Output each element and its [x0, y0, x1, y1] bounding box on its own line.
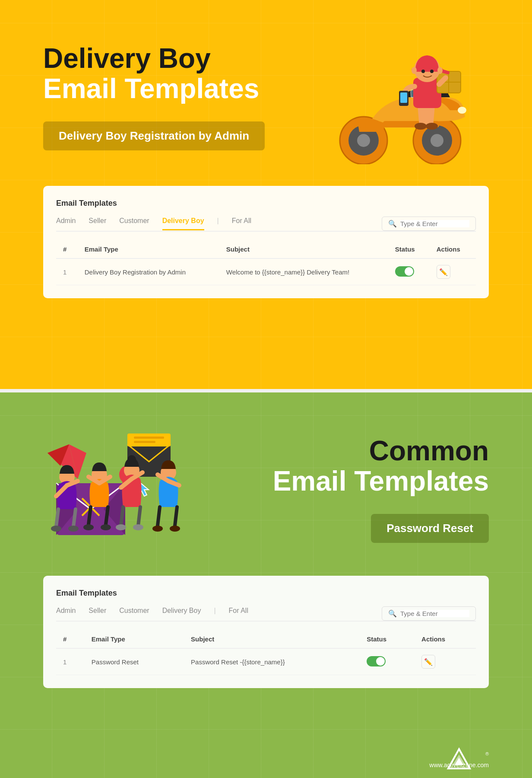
search-box-1[interactable]: 🔍 — [382, 217, 476, 231]
tab-admin-1[interactable]: Admin — [56, 217, 76, 230]
svg-point-66 — [133, 524, 143, 530]
hero-title-line2: Email Templates — [43, 73, 307, 104]
table-container-2: Email Templates Admin Seller Customer De… — [43, 576, 489, 688]
svg-point-67 — [51, 526, 61, 532]
svg-line-48 — [89, 507, 91, 524]
tab-forall-1[interactable]: For All — [232, 217, 251, 230]
tab-delivery-boy-1[interactable]: Delivery Boy — [162, 217, 204, 230]
row-status-2 — [360, 648, 415, 675]
row-id-2: 1 — [56, 648, 85, 675]
search-icon-2: 🔍 — [388, 609, 397, 618]
col-id-1: # — [56, 240, 78, 258]
svg-rect-11 — [424, 105, 435, 126]
search-input-2[interactable] — [400, 610, 469, 617]
col-id-2: # — [56, 630, 85, 648]
toggle-status-2[interactable] — [367, 656, 386, 666]
col-subject-2: Subject — [184, 630, 360, 648]
col-email-type-2: Email Type — [85, 630, 184, 648]
table-header-row-2: # Email Type Subject Status Actions — [56, 630, 476, 648]
svg-point-65 — [116, 524, 126, 530]
hero-area: Delivery Boy Email Templates Delivery Bo… — [43, 26, 489, 164]
svg-point-64 — [101, 524, 111, 530]
svg-point-22 — [430, 70, 434, 73]
table-header-row-1: # Email Type Subject Status Actions — [56, 240, 476, 258]
svg-line-43 — [56, 509, 58, 526]
tabs-row-1: Admin Seller Customer Delivery Boy | For… — [56, 217, 476, 232]
row-actions-2: ✏️ — [415, 648, 476, 675]
col-status-2: Status — [360, 630, 415, 648]
svg-line-49 — [106, 507, 108, 524]
hero-badge: Delivery Boy Registration by Admin — [43, 121, 265, 150]
svg-rect-35 — [134, 437, 164, 439]
data-table-2: # Email Type Subject Status Actions 1 Pa… — [56, 630, 476, 675]
search-input-1[interactable] — [400, 220, 469, 227]
svg-line-53 — [121, 507, 123, 526]
hero-text: Delivery Boy Email Templates Delivery Bo… — [43, 26, 307, 150]
hero-illustration — [307, 26, 489, 164]
svg-point-5 — [431, 134, 443, 147]
tab-customer-2[interactable]: Customer — [119, 607, 149, 620]
logo-area: ® www.activeitzone.com — [429, 747, 489, 768]
hero-title-line1: Delivery Boy — [43, 43, 307, 73]
table-title-2: Email Templates — [56, 589, 476, 598]
svg-point-13 — [426, 123, 438, 130]
svg-point-55 — [127, 455, 136, 464]
col-actions-1: Actions — [430, 240, 476, 258]
svg-line-54 — [138, 507, 140, 526]
svg-line-60 — [175, 507, 177, 526]
table-row: 1 Delivery Boy Registration by Admin Wel… — [56, 258, 476, 285]
tabs-left-1: Admin Seller Customer Delivery Boy | For… — [56, 217, 251, 230]
svg-rect-19 — [400, 92, 407, 103]
row-id-1: 1 — [56, 258, 78, 285]
row-email-type-1: Delivery Boy Registration by Admin — [78, 258, 219, 285]
hero-illustration-green: 1 — [43, 418, 207, 554]
search-icon-1: 🔍 — [388, 220, 397, 228]
search-box-2[interactable]: 🔍 — [382, 606, 476, 621]
tab-delivery-boy-2[interactable]: Delivery Boy — [162, 607, 201, 620]
hero-area-green: 1 — [43, 418, 489, 554]
edit-icon-1[interactable]: ✏️ — [437, 265, 450, 279]
svg-point-8 — [458, 107, 466, 114]
svg-point-62 — [170, 526, 180, 532]
tab-seller-1[interactable]: Seller — [89, 217, 106, 230]
row-status-1 — [388, 258, 430, 285]
col-actions-2: Actions — [415, 630, 476, 648]
section-delivery-boy: Delivery Boy Email Templates Delivery Bo… — [0, 0, 532, 389]
registered-mark: ® — [485, 751, 489, 756]
data-table-1: # Email Type Subject Status Actions 1 De… — [56, 240, 476, 285]
svg-point-21 — [421, 70, 425, 73]
tabs-row-2: Admin Seller Customer Delivery Boy | For… — [56, 606, 476, 622]
row-actions-1: ✏️ — [430, 258, 476, 285]
svg-point-23 — [412, 67, 417, 74]
toggle-status-1[interactable] — [395, 266, 414, 277]
svg-point-24 — [437, 67, 443, 74]
tab-separator-1: | — [217, 217, 219, 230]
hero-title-templates: Email Templates — [207, 466, 489, 496]
col-email-type-1: Email Type — [78, 240, 219, 258]
section-separator — [0, 389, 532, 392]
svg-line-44 — [73, 509, 76, 526]
svg-point-61 — [152, 526, 163, 532]
green-badge: Password Reset — [371, 514, 489, 543]
table-title-1: Email Templates — [56, 199, 476, 208]
svg-point-63 — [83, 524, 94, 530]
table-container-1: Email Templates Admin Seller Customer De… — [43, 186, 489, 298]
tab-forall-2[interactable]: For All — [229, 607, 248, 620]
col-status-1: Status — [388, 240, 430, 258]
edit-icon-2[interactable]: ✏️ — [421, 655, 435, 669]
hero-text-green: Common Email Templates Password Reset — [207, 418, 489, 543]
tab-admin-2[interactable]: Admin — [56, 607, 76, 620]
svg-rect-34 — [127, 434, 171, 446]
row-email-type-2: Password Reset — [85, 648, 184, 675]
logo-website: www.activeitzone.com — [429, 762, 489, 768]
tab-customer-1[interactable]: Customer — [119, 217, 149, 230]
table-row: 1 Password Reset Password Reset -{{store… — [56, 648, 476, 675]
svg-point-12 — [415, 123, 427, 130]
svg-point-2 — [357, 134, 370, 147]
row-subject-2: Password Reset -{{store_name}} — [184, 648, 360, 675]
hero-title-common: Common — [207, 436, 489, 466]
tabs-left-2: Admin Seller Customer Delivery Boy | For… — [56, 607, 248, 620]
tab-seller-2[interactable]: Seller — [89, 607, 106, 620]
svg-point-68 — [68, 526, 79, 532]
tab-separator-2: | — [214, 607, 215, 620]
